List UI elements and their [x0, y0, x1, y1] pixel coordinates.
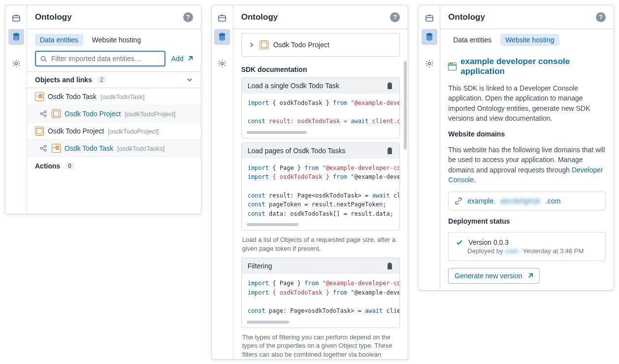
external-icon	[527, 273, 533, 279]
tree-row-label: Osdk Todo Project	[273, 41, 329, 49]
external-icon	[187, 56, 193, 62]
application-name: example developer console application	[460, 57, 606, 76]
entity-row[interactable]: Osdk Todo Task[osdkTodoTask]	[27, 88, 201, 105]
sdk-docs-scroll[interactable]: Osdk Todo Project SDK documentation Load…	[233, 29, 408, 359]
svg-rect-9	[219, 16, 226, 21]
search-input[interactable]	[50, 54, 161, 63]
help-icon[interactable]: ?	[390, 12, 400, 22]
actions-count-badge: 0	[65, 163, 74, 169]
panel-title: Ontology	[241, 12, 278, 22]
panel-header: Ontology ?	[440, 5, 614, 29]
generate-button-label: Generate new version	[455, 272, 522, 280]
deployed-by-name: user	[505, 247, 519, 255]
link-icon	[455, 197, 462, 205]
application-link[interactable]: example developer console application	[448, 57, 606, 76]
code-block[interactable]: import { Page } from "@example-developer…	[242, 274, 400, 317]
tab-bar: Data entities Website hosting	[27, 29, 201, 51]
add-link[interactable]: Add	[171, 55, 193, 63]
svg-point-18	[428, 63, 430, 65]
horizontal-scrollbar[interactable]	[247, 131, 307, 134]
copy-icon[interactable]	[386, 147, 393, 155]
entity-row[interactable]: Osdk Todo Project[osdkTodoProject]	[27, 123, 201, 140]
entity-api-name: [osdkTodoProject]	[125, 110, 175, 118]
rail-apps-icon[interactable]	[214, 10, 230, 26]
rail-ontology-icon[interactable]	[422, 29, 437, 45]
card-header: Filtering	[242, 258, 400, 274]
rail-ontology-icon[interactable]	[214, 29, 230, 45]
domain-suffix: .com	[546, 197, 560, 205]
rail-ontology-icon[interactable]	[8, 29, 24, 45]
add-label: Add	[171, 55, 184, 63]
tab-data-entities[interactable]: Data entities	[35, 34, 83, 46]
rail-settings-icon[interactable]	[214, 56, 230, 71]
search-icon	[40, 55, 47, 63]
entity-list: Osdk Todo Task[osdkTodoTask]Osdk Todo Pr…	[27, 88, 201, 157]
tree-row-project[interactable]: Osdk Todo Project	[242, 36, 400, 53]
website-domains-heading: Website domains	[448, 130, 606, 138]
deployment-status-card: Version 0.0.3 Deployed by user Yesterday…	[448, 232, 606, 261]
horizontal-scrollbar[interactable]	[247, 223, 299, 226]
link-icon	[39, 144, 48, 153]
code-block[interactable]: import { Page } from "@example-developer…	[242, 159, 400, 221]
rail-settings-icon[interactable]	[8, 56, 24, 71]
rail-apps-icon[interactable]	[422, 10, 437, 26]
rail-settings-icon[interactable]	[422, 56, 437, 71]
scrollbar-thumb[interactable]	[404, 61, 407, 150]
entity-name: Osdk Todo Task	[48, 93, 97, 100]
generate-new-version-button[interactable]: Generate new version	[448, 268, 540, 284]
task-icon	[52, 144, 61, 153]
svg-rect-11	[388, 84, 392, 89]
entity-name: Osdk Todo Task	[65, 144, 113, 152]
entity-name: Osdk Todo Project	[48, 127, 104, 135]
chevron-down-icon	[186, 76, 193, 83]
svg-rect-13	[388, 149, 392, 154]
panel-header: Ontology ?	[233, 5, 408, 29]
panel-title: Ontology	[35, 12, 72, 22]
entity-name: Osdk Todo Project	[65, 110, 121, 118]
card-header: Load a single Osdk Todo Task	[242, 78, 400, 94]
actions-header[interactable]: Actions 0	[27, 157, 201, 175]
section-count-badge: 2	[97, 76, 106, 83]
vertical-scrollbar[interactable]	[404, 34, 407, 339]
ontology-sdk-docs-panel: Ontology ? Osdk Todo Project SDK documen…	[211, 5, 409, 360]
svg-point-5	[44, 115, 46, 117]
entity-row[interactable]: Osdk Todo Task[osdkTodoTasks]	[27, 140, 201, 157]
panel-header: Ontology ?	[27, 5, 201, 29]
tab-website-hosting[interactable]: Website hosting	[500, 34, 559, 46]
ontology-website-hosting-panel: Ontology ? Data entities Website hosting…	[418, 5, 614, 291]
help-icon[interactable]: ?	[596, 12, 606, 22]
period: .	[474, 176, 476, 184]
svg-point-8	[44, 149, 46, 151]
objects-and-links-header[interactable]: Objects and links 2	[27, 71, 201, 88]
copy-icon[interactable]	[386, 82, 393, 90]
rail-apps-icon[interactable]	[8, 10, 24, 26]
svg-point-1	[15, 63, 17, 65]
domain-prefix: example.	[467, 197, 495, 205]
object-tree: Osdk Todo Project	[241, 33, 400, 57]
deployed-by-label: Deployed by	[467, 247, 505, 255]
horizontal-scrollbar[interactable]	[247, 321, 290, 324]
search-input-wrapper[interactable]	[35, 51, 165, 66]
deployment-status-heading: Deployment status	[448, 217, 606, 225]
entity-row[interactable]: Osdk Todo Project[osdkTodoProject]	[27, 105, 201, 123]
actions-label: Actions	[35, 162, 60, 170]
deployment-meta: Deployed by user Yesterday at 3:46 PM	[456, 247, 598, 255]
svg-point-4	[44, 111, 46, 113]
chevron-right-icon	[249, 42, 255, 48]
project-icon	[260, 40, 268, 49]
panel-title: Ontology	[448, 12, 485, 22]
sdk-code-card: Load pages of Osdk Todo Tasksimport { Pa…	[241, 142, 400, 231]
svg-rect-17	[426, 16, 433, 21]
code-block[interactable]: import { osdkTodoTask } from "@example-d…	[242, 94, 400, 128]
sdk-code-card: Filteringimport { Page } from "@example-…	[241, 258, 400, 328]
domain-card[interactable]: example.abcdefghijk.com	[448, 192, 606, 210]
card-header: Load pages of Osdk Todo Tasks	[242, 143, 400, 159]
ontology-data-entities-panel: Ontology ? Data entities Website hosting…	[5, 5, 201, 214]
help-icon[interactable]: ?	[183, 12, 193, 22]
project-icon	[35, 127, 44, 135]
check-icon	[456, 238, 463, 246]
tab-data-entities[interactable]: Data entities	[448, 34, 496, 46]
tab-website-hosting[interactable]: Website hosting	[87, 34, 146, 46]
copy-icon[interactable]	[386, 262, 393, 270]
svg-rect-0	[13, 16, 20, 21]
